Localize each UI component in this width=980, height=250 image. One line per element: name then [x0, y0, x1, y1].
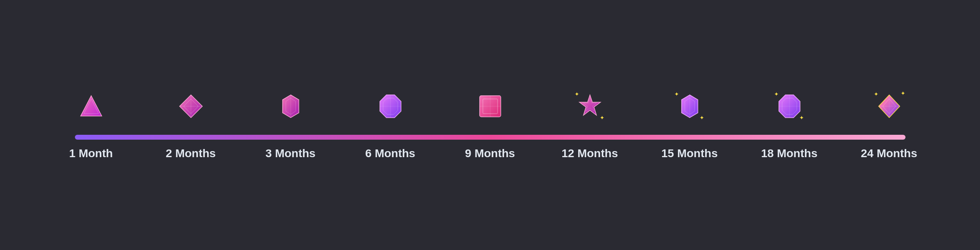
- label-18months: 18 Months: [773, 147, 806, 160]
- milestone-18months: ✦ ✦: [773, 90, 806, 123]
- icon-12months: ✦ ✦: [574, 90, 606, 123]
- icon-6months: [374, 90, 407, 123]
- milestone-1month: [75, 90, 107, 123]
- milestone-15months: ✦ ✦: [673, 90, 706, 123]
- sparkle-icon: ✦: [799, 114, 804, 121]
- label-15months: 15 Months: [673, 147, 706, 160]
- label-6months: 6 Months: [374, 147, 407, 160]
- milestone-6months: [374, 90, 407, 123]
- icon-3months: [274, 90, 307, 123]
- icon-18months: ✦ ✦: [773, 90, 806, 123]
- label-9months: 9 Months: [474, 147, 506, 160]
- labels-row: 1 Month 2 Months 3 Months 6 Months 9 Mon…: [75, 147, 905, 160]
- milestone-12months: ✦ ✦: [574, 90, 606, 123]
- milestone-3months: [274, 90, 307, 123]
- icon-2months: [175, 90, 207, 123]
- icons-row: ✦ ✦ ✦ ✦: [75, 90, 905, 127]
- icon-15months: ✦ ✦: [673, 90, 706, 123]
- sparkle-icon: ✦: [774, 91, 779, 97]
- icon-24months: ✦ ✦: [873, 90, 905, 123]
- sparkle-icon: ✦: [901, 90, 905, 96]
- label-24months: 24 Months: [873, 147, 905, 160]
- label-3months: 3 Months: [274, 147, 307, 160]
- sparkle-icon: ✦: [699, 114, 704, 121]
- milestone-2months: [175, 90, 207, 123]
- icon-1month: [75, 90, 107, 123]
- milestone-24months: ✦ ✦: [873, 90, 905, 123]
- progress-bar: [75, 135, 905, 140]
- timeline-container: ✦ ✦ ✦ ✦: [42, 90, 938, 160]
- sparkle-icon: ✦: [574, 91, 579, 97]
- label-2months: 2 Months: [175, 147, 207, 160]
- label-1month: 1 Month: [75, 147, 107, 160]
- sparkle-icon: ✦: [600, 114, 605, 121]
- sparkle-icon: ✦: [874, 91, 879, 97]
- sparkle-icon: ✦: [674, 91, 679, 97]
- label-12months: 12 Months: [574, 147, 606, 160]
- icon-9months: [474, 90, 506, 123]
- milestone-9months: [474, 90, 506, 123]
